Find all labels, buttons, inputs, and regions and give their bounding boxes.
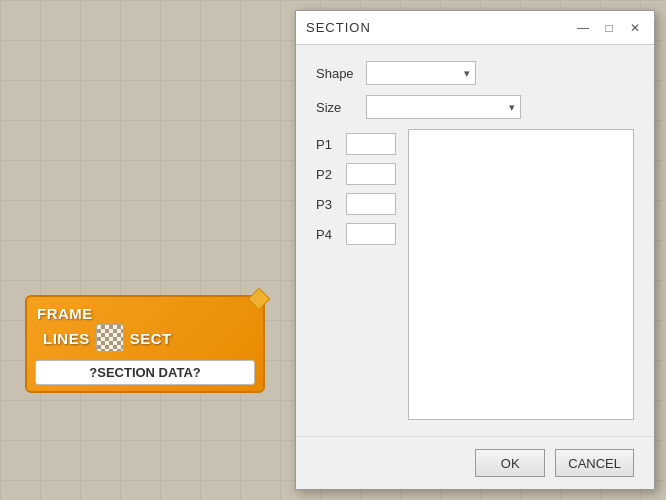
dialog-footer: OK CANCEL	[296, 436, 654, 489]
param-row-p4: P4	[316, 223, 396, 245]
size-select[interactable]	[366, 95, 521, 119]
size-label: Size	[316, 100, 356, 115]
node-title-group: FRAME LINES SECT	[37, 305, 253, 354]
shape-select-wrapper	[366, 61, 476, 85]
size-row: Size	[316, 95, 634, 119]
params-column: P1 P2 P3 P4	[316, 129, 396, 420]
titlebar-controls: — □ ✕	[574, 19, 644, 37]
node-body-row: LINES SECT	[37, 322, 253, 354]
node-title-line1: FRAME	[37, 305, 253, 322]
param-row-p3: P3	[316, 193, 396, 215]
minimize-button[interactable]: —	[574, 19, 592, 37]
p1-label: P1	[316, 137, 340, 152]
node-sect-label: SECT	[130, 330, 172, 347]
shape-row: Shape	[316, 61, 634, 85]
close-button[interactable]: ✕	[626, 19, 644, 37]
param-row-p1: P1	[316, 133, 396, 155]
p2-input[interactable]	[346, 163, 396, 185]
params-and-preview: P1 P2 P3 P4	[316, 129, 634, 420]
dialog-titlebar: SECTION — □ ✕	[296, 11, 654, 45]
size-select-wrapper	[366, 95, 521, 119]
node-frame-label: FRAME	[37, 305, 93, 322]
shape-select[interactable]	[366, 61, 476, 85]
ok-button[interactable]: OK	[475, 449, 545, 477]
shape-label: Shape	[316, 66, 356, 81]
p2-label: P2	[316, 167, 340, 182]
node-diamond-icon	[248, 288, 271, 311]
cancel-button[interactable]: CANCEL	[555, 449, 634, 477]
p4-input[interactable]	[346, 223, 396, 245]
node-checker-icon	[96, 324, 124, 352]
param-row-p2: P2	[316, 163, 396, 185]
dialog-title: SECTION	[306, 20, 371, 35]
maximize-button[interactable]: □	[600, 19, 618, 37]
p4-label: P4	[316, 227, 340, 242]
section-dialog: SECTION — □ ✕ Shape Size	[295, 10, 655, 490]
p3-label: P3	[316, 197, 340, 212]
node-widget: FRAME LINES SECT ?SECTION DATA?	[25, 295, 265, 393]
p1-input[interactable]	[346, 133, 396, 155]
node-lines-label: LINES	[43, 330, 90, 347]
node-section-data-label: ?SECTION DATA?	[35, 360, 255, 385]
node-header: FRAME LINES SECT	[31, 301, 259, 356]
p3-input[interactable]	[346, 193, 396, 215]
dialog-content: Shape Size P1	[296, 45, 654, 436]
preview-box	[408, 129, 634, 420]
